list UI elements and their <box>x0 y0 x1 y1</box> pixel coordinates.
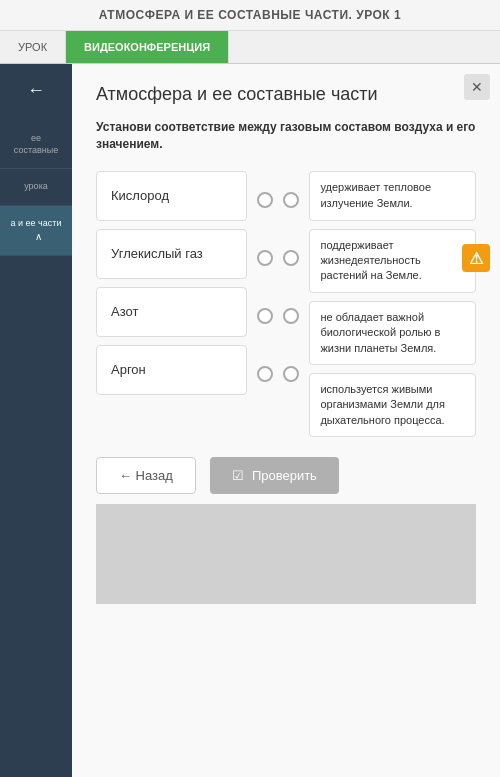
radio-left-2[interactable] <box>257 250 273 266</box>
radio-left-1[interactable] <box>257 192 273 208</box>
close-icon[interactable]: ✕ <box>464 74 490 100</box>
right-item-1: удерживает тепловое излучение Земли. <box>309 171 476 221</box>
right-item-2: поддерживает жизнедеятельность растений … <box>309 229 476 293</box>
right-column: удерживает тепловое излучение Земли. под… <box>309 171 476 438</box>
back-button[interactable]: ← Назад <box>96 457 196 494</box>
radio-right-1[interactable] <box>283 192 299 208</box>
right-item-4: используется живыми организмами Земли дл… <box>309 373 476 437</box>
warning-icon[interactable]: ⚠ <box>462 244 490 272</box>
right-item-3: не обладает важной биологической ролью в… <box>309 301 476 365</box>
page-title: АТМОСФЕРА И ЕЕ СОСТАВНЫЕ ЧАСТИ. УРОК 1 <box>0 0 500 31</box>
tab-videoconf[interactable]: ВИДЕОКОНФЕРЕНЦИЯ <box>66 31 229 63</box>
content-area: ✕ Атмосфера и ее составные части Установ… <box>72 64 500 777</box>
bottom-buttons: ← Назад ☑ Проверить <box>96 457 476 494</box>
main-layout: ← ее составные урока а и ее части ∧ ✕ Ат… <box>0 64 500 777</box>
left-radio-col <box>257 171 273 438</box>
sidebar-item-ee-sostavnye[interactable]: ее составные <box>0 121 72 169</box>
bottom-gray-area <box>96 504 476 604</box>
task-description: Установи соответствие между газовым сост… <box>96 119 476 153</box>
check-button[interactable]: ☑ Проверить <box>210 457 339 494</box>
left-item-argon: Аргон <box>96 345 247 395</box>
radio-left-3[interactable] <box>257 308 273 324</box>
left-item-kislorod: Кислород <box>96 171 247 221</box>
radio-right-2[interactable] <box>283 250 299 266</box>
right-radio-col <box>283 171 299 438</box>
exercise-title: Атмосфера и ее составные части <box>96 84 476 105</box>
chevron-up-icon: ∧ <box>35 231 42 242</box>
tab-bar: УРОК ВИДЕОКОНФЕРЕНЦИЯ <box>0 31 500 64</box>
sidebar-back-button[interactable]: ← <box>19 72 53 109</box>
left-item-azot: Азот <box>96 287 247 337</box>
sidebar-item-uroka[interactable]: урока <box>0 169 72 206</box>
sidebar-item-atmosfera[interactable]: а и ее части ∧ <box>0 206 72 256</box>
radio-right-3[interactable] <box>283 308 299 324</box>
left-column: Кислород Углекислый газ Азот Аргон <box>96 171 247 438</box>
radio-right-4[interactable] <box>283 366 299 382</box>
left-item-uglekisly: Углекислый газ <box>96 229 247 279</box>
radio-left-4[interactable] <box>257 366 273 382</box>
check-icon: ☑ <box>232 468 244 483</box>
tab-lesson[interactable]: УРОК <box>0 31 66 63</box>
sidebar: ← ее составные урока а и ее части ∧ <box>0 64 72 777</box>
matching-exercise: Кислород Углекислый газ Азот Аргон <box>96 171 476 438</box>
